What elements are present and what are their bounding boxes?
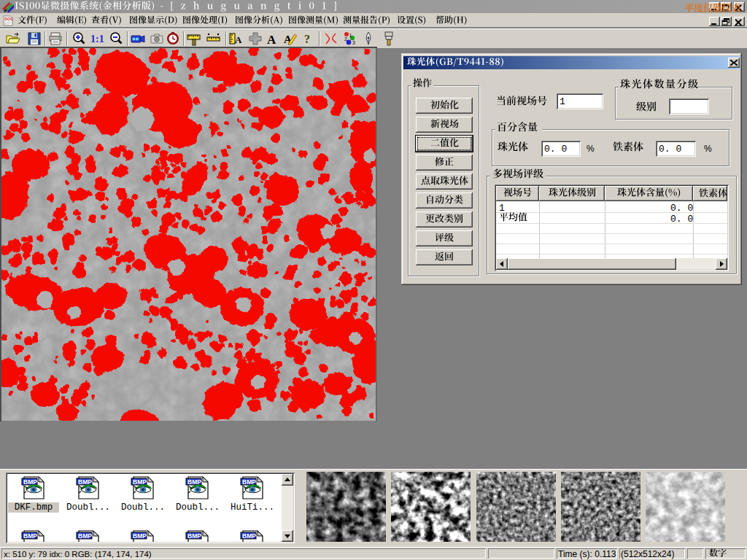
svg-text:1:1: 1:1 [90,34,104,44]
svg-text:3: 3 [352,40,355,45]
svg-text:BMP: BMP [242,532,256,540]
svg-text:BMP: BMP [133,532,147,540]
svg-text:2: 2 [344,36,347,42]
svg-text:BMP: BMP [187,532,201,540]
svg-text:1: 1 [349,33,352,38]
svg-text:?: ? [304,33,310,45]
svg-text:DOC: DOC [4,17,13,21]
svg-text:A: A [235,34,242,45]
svg-text:A: A [267,33,276,46]
svg-text:BMP: BMP [23,532,37,540]
svg-text:BMP: BMP [78,532,92,540]
